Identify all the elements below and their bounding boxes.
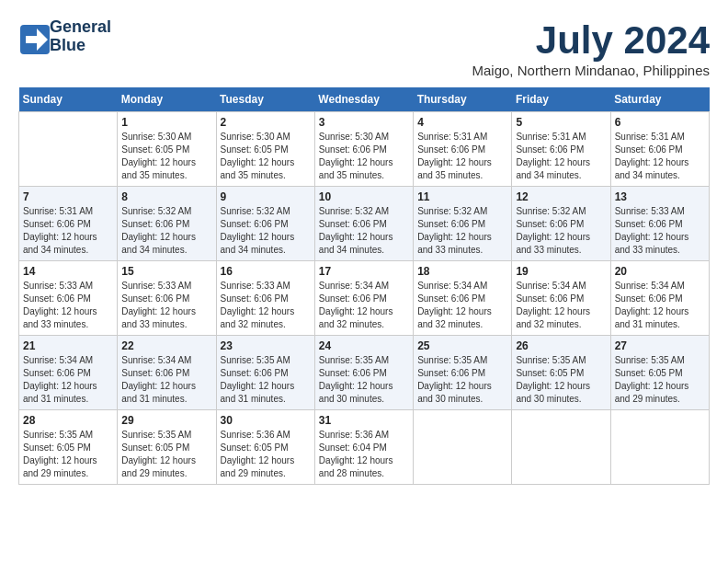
day-info: Sunrise: 5:30 AMSunset: 6:05 PMDaylight:… (221, 131, 311, 182)
day-info: Sunrise: 5:36 AMSunset: 6:05 PMDaylight:… (221, 429, 311, 480)
day-info: Sunrise: 5:34 AMSunset: 6:06 PMDaylight:… (417, 280, 507, 331)
day-number: 7 (23, 190, 113, 203)
day-info: Sunrise: 5:36 AMSunset: 6:04 PMDaylight:… (319, 429, 409, 480)
day-number: 24 (319, 339, 409, 352)
day-info: Sunrise: 5:31 AMSunset: 6:06 PMDaylight:… (615, 131, 705, 182)
calendar-cell (19, 112, 118, 187)
calendar-cell: 13Sunrise: 5:33 AMSunset: 6:06 PMDayligh… (610, 187, 709, 261)
day-info: Sunrise: 5:35 AMSunset: 6:06 PMDaylight:… (221, 354, 311, 406)
calendar-cell: 29Sunrise: 5:35 AMSunset: 6:05 PMDayligh… (118, 410, 216, 485)
calendar-cell: 28Sunrise: 5:35 AMSunset: 6:05 PMDayligh… (19, 410, 118, 485)
day-number: 30 (221, 414, 311, 427)
day-number: 19 (516, 265, 606, 278)
day-number: 5 (516, 116, 606, 129)
day-info: Sunrise: 5:35 AMSunset: 6:05 PMDaylight:… (121, 429, 211, 480)
day-number: 6 (615, 116, 705, 129)
calendar-week-row: 21Sunrise: 5:34 AMSunset: 6:06 PMDayligh… (19, 336, 710, 410)
day-info: Sunrise: 5:33 AMSunset: 6:06 PMDaylight:… (121, 280, 211, 331)
calendar-cell: 6Sunrise: 5:31 AMSunset: 6:06 PMDaylight… (610, 112, 709, 187)
calendar-cell: 16Sunrise: 5:33 AMSunset: 6:06 PMDayligh… (216, 261, 314, 336)
calendar-cell: 17Sunrise: 5:34 AMSunset: 6:06 PMDayligh… (314, 261, 413, 336)
calendar-cell: 2Sunrise: 5:30 AMSunset: 6:05 PMDaylight… (216, 112, 314, 187)
calendar-cell: 8Sunrise: 5:32 AMSunset: 6:06 PMDaylight… (118, 187, 216, 261)
day-info: Sunrise: 5:31 AMSunset: 6:06 PMDaylight:… (23, 205, 113, 257)
calendar-week-row: 7Sunrise: 5:31 AMSunset: 6:06 PMDaylight… (19, 187, 710, 261)
calendar-cell: 24Sunrise: 5:35 AMSunset: 6:06 PMDayligh… (314, 336, 413, 410)
calendar-cell: 10Sunrise: 5:32 AMSunset: 6:06 PMDayligh… (314, 187, 413, 261)
day-number: 15 (121, 265, 211, 278)
calendar-cell: 31Sunrise: 5:36 AMSunset: 6:04 PMDayligh… (314, 410, 413, 485)
logo-text: General Blue (50, 18, 111, 55)
day-number: 29 (121, 414, 211, 427)
calendar-cell: 30Sunrise: 5:36 AMSunset: 6:05 PMDayligh… (216, 410, 314, 485)
day-number: 16 (221, 265, 311, 278)
calendar-cell: 15Sunrise: 5:33 AMSunset: 6:06 PMDayligh… (118, 261, 216, 336)
day-info: Sunrise: 5:32 AMSunset: 6:06 PMDaylight:… (319, 205, 409, 257)
location-subtitle: Maigo, Northern Mindanao, Philippines (472, 63, 710, 78)
calendar-cell: 27Sunrise: 5:35 AMSunset: 6:05 PMDayligh… (610, 336, 709, 410)
day-number: 28 (23, 414, 113, 427)
day-number: 11 (417, 190, 507, 203)
page-header: General Blue July 2024 Maigo, Northern M… (18, 18, 710, 78)
calendar-week-row: 28Sunrise: 5:35 AMSunset: 6:05 PMDayligh… (19, 410, 710, 485)
day-info: Sunrise: 5:32 AMSunset: 6:06 PMDaylight:… (417, 205, 507, 257)
calendar-cell: 14Sunrise: 5:33 AMSunset: 6:06 PMDayligh… (19, 261, 118, 336)
day-info: Sunrise: 5:32 AMSunset: 6:06 PMDaylight:… (121, 205, 211, 257)
calendar-cell: 9Sunrise: 5:32 AMSunset: 6:06 PMDaylight… (216, 187, 314, 261)
calendar-cell: 26Sunrise: 5:35 AMSunset: 6:05 PMDayligh… (512, 336, 610, 410)
day-info: Sunrise: 5:32 AMSunset: 6:06 PMDaylight:… (516, 205, 606, 257)
logo: General Blue (18, 18, 111, 55)
calendar-cell: 20Sunrise: 5:34 AMSunset: 6:06 PMDayligh… (610, 261, 709, 336)
calendar-cell (414, 410, 512, 485)
day-info: Sunrise: 5:32 AMSunset: 6:06 PMDaylight:… (221, 205, 311, 257)
logo-icon (18, 23, 46, 51)
day-number: 9 (221, 190, 311, 203)
calendar-cell: 4Sunrise: 5:31 AMSunset: 6:06 PMDaylight… (414, 112, 512, 187)
calendar-cell: 23Sunrise: 5:35 AMSunset: 6:06 PMDayligh… (216, 336, 314, 410)
calendar-cell: 11Sunrise: 5:32 AMSunset: 6:06 PMDayligh… (414, 187, 512, 261)
day-info: Sunrise: 5:35 AMSunset: 6:05 PMDaylight:… (615, 354, 705, 406)
day-header-thursday: Thursday (414, 87, 512, 112)
day-number: 10 (319, 190, 409, 203)
day-info: Sunrise: 5:34 AMSunset: 6:06 PMDaylight:… (516, 280, 606, 331)
calendar-cell: 19Sunrise: 5:34 AMSunset: 6:06 PMDayligh… (512, 261, 610, 336)
day-info: Sunrise: 5:33 AMSunset: 6:06 PMDaylight:… (615, 205, 705, 257)
calendar-cell: 21Sunrise: 5:34 AMSunset: 6:06 PMDayligh… (19, 336, 118, 410)
title-block: July 2024 Maigo, Northern Mindanao, Phil… (472, 18, 710, 78)
day-header-monday: Monday (118, 87, 216, 112)
calendar-cell: 7Sunrise: 5:31 AMSunset: 6:06 PMDaylight… (19, 187, 118, 261)
calendar-cell (610, 410, 709, 485)
day-number: 18 (417, 265, 507, 278)
calendar-cell: 3Sunrise: 5:30 AMSunset: 6:06 PMDaylight… (314, 112, 413, 187)
day-info: Sunrise: 5:31 AMSunset: 6:06 PMDaylight:… (516, 131, 606, 182)
calendar-week-row: 14Sunrise: 5:33 AMSunset: 6:06 PMDayligh… (19, 261, 710, 336)
day-number: 20 (615, 265, 705, 278)
day-header-wednesday: Wednesday (314, 87, 413, 112)
day-number: 21 (23, 339, 113, 352)
day-number: 8 (121, 190, 211, 203)
calendar-cell: 25Sunrise: 5:35 AMSunset: 6:06 PMDayligh… (414, 336, 512, 410)
day-number: 31 (319, 414, 409, 427)
day-info: Sunrise: 5:30 AMSunset: 6:05 PMDaylight:… (121, 131, 211, 182)
day-number: 26 (516, 339, 606, 352)
day-number: 22 (121, 339, 211, 352)
day-number: 12 (516, 190, 606, 203)
calendar-cell: 1Sunrise: 5:30 AMSunset: 6:05 PMDaylight… (118, 112, 216, 187)
calendar-cell: 18Sunrise: 5:34 AMSunset: 6:06 PMDayligh… (414, 261, 512, 336)
day-info: Sunrise: 5:33 AMSunset: 6:06 PMDaylight:… (23, 280, 113, 331)
month-year-title: July 2024 (472, 18, 710, 63)
day-info: Sunrise: 5:35 AMSunset: 6:05 PMDaylight:… (23, 429, 113, 480)
day-info: Sunrise: 5:34 AMSunset: 6:06 PMDaylight:… (319, 280, 409, 331)
day-info: Sunrise: 5:34 AMSunset: 6:06 PMDaylight:… (615, 280, 705, 331)
day-header-saturday: Saturday (610, 87, 709, 112)
day-number: 3 (319, 116, 409, 129)
day-header-tuesday: Tuesday (216, 87, 314, 112)
day-header-friday: Friday (512, 87, 610, 112)
day-info: Sunrise: 5:33 AMSunset: 6:06 PMDaylight:… (221, 280, 311, 331)
day-header-sunday: Sunday (19, 87, 118, 112)
day-number: 14 (23, 265, 113, 278)
day-info: Sunrise: 5:34 AMSunset: 6:06 PMDaylight:… (23, 354, 113, 406)
day-number: 17 (319, 265, 409, 278)
day-number: 13 (615, 190, 705, 203)
day-number: 27 (615, 339, 705, 352)
